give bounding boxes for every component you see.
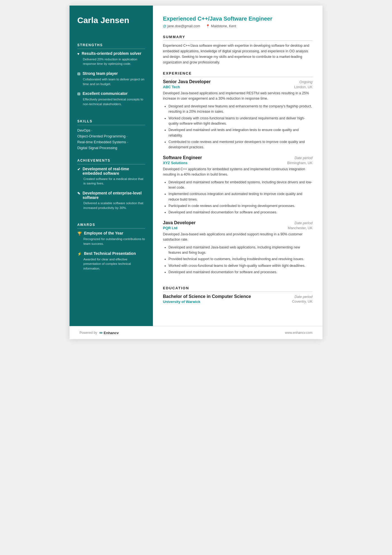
flag-icon-1: ⊟ [77,72,80,76]
flag-icon-2: ⊟ [77,92,80,96]
location-value: Maidstone, Kent [211,24,236,28]
bullet-2-1: Developed and maintained software for em… [168,180,312,191]
job-entry-3: Java Developer Date period PQR Ltd Manch… [163,220,312,275]
edu-sub-1: University of Warwick Coventry, UK [163,300,312,304]
candidate-name: Carla Jensen [77,16,145,25]
bullet-1-4: Contributed to code reviews and mentored… [168,139,312,150]
job-title-3: Java Developer [163,220,195,225]
email-icon: @ [163,24,166,28]
company-3: PQR Ltd [163,226,177,230]
edu-entry-1: Bachelor of Science in Computer Science … [163,294,312,304]
job-title-2: Software Engineer [163,155,202,160]
awards-section-title: AWARDS [77,223,145,229]
skill-item-2: Object-Oriented Programming [77,133,145,139]
strength-item-3: ⊟ Excellent communicator Effectively pre… [77,91,145,106]
strength-title-3: ⊟ Excellent communicator [77,91,145,96]
main-content: Experienced C++/Java Software Engineer @… [153,6,322,326]
contact-info: @ jane.doe@gmail.com 📍 Maidstone, Kent [163,24,312,28]
sidebar: Carla Jensen STRENGTHS ♥ Results-oriente… [70,6,153,326]
job-entry-1: Senior Java Developer Ongoing ABC Tech L… [163,79,312,150]
bullet-1-3: Developed and maintained unit tests and … [168,127,312,138]
job-summary-2: Developed C++ applications for embedded … [163,167,312,177]
job-sub-1: ABC Tech London, UK [163,85,312,89]
heart-icon: ♥ [77,52,80,56]
skill-item-3: Real-time Embedded Systems [77,139,145,145]
trophy-icon: 🏆 [77,231,82,236]
achievement-title-1: ✔ Development of real-time embedded soft… [77,167,145,176]
job-summary-1: Developed Java-based applications and im… [163,91,312,102]
skill-item-4: Digital Signal Processing [77,145,145,151]
achievement-desc-1: Created software for a medical device th… [77,177,145,186]
location-2: Birmingham, UK [287,161,312,165]
achievement-item-2: ✎ Development of enterprise-level softwa… [77,191,145,210]
footer-left: Powered by ∞ Enhancv [80,330,119,335]
footer-url: www.enhancv.com [285,331,312,335]
bullet-3-2: Provided technical support to customers,… [168,256,312,262]
bullet-3-1: Developed and maintained Java-based web … [168,245,312,256]
job-header-2: Software Engineer Date period [163,155,312,160]
resume-wrapper: Carla Jensen STRENGTHS ♥ Results-oriente… [70,6,322,339]
edu-location-1: Coventry, UK [292,300,312,304]
award-item-2: ⚡ Best Technical Presentation Awarded fo… [77,251,145,271]
job-sub-2: XYZ Solutions Birmingham, UK [163,161,312,165]
resume-body: Carla Jensen STRENGTHS ♥ Results-oriente… [70,6,322,326]
location-contact: 📍 Maidstone, Kent [206,24,236,28]
main-header: Experienced C++/Java Software Engineer @… [163,16,312,28]
achievement-title-2: ✎ Development of enterprise-level softwa… [77,191,145,200]
achievement-desc-2: Delivered a scalable software solution t… [77,201,145,210]
brand-name: Enhancv [104,331,119,335]
job-sub-3: PQR Ltd Manchester, UK [163,226,312,230]
skill-item-1: DevOps [77,127,145,133]
summary-text: Experienced C++/Java software engineer w… [163,43,312,65]
footer: Powered by ∞ Enhancv www.enhancv.com [70,326,322,339]
summary-section: SUMMARY Experienced C++/Java software en… [163,35,312,65]
enhancv-logo: ∞ Enhancv [99,330,119,335]
location-1: London, UK [294,85,312,89]
bullet-2-4: Developed and maintained documentation f… [168,210,312,215]
award-desc-1: Recognized for outstanding contributions… [77,237,145,246]
edu-header-1: Bachelor of Science in Computer Science … [163,294,312,299]
company-1: ABC Tech [163,85,180,89]
strength-item-2: ⊟ Strong team player Collaborated with t… [77,71,145,86]
strength-desc-3: Effectively presented technical concepts… [77,97,145,106]
achievements-section-title: ACHIEVEMENTS [77,159,145,164]
checkmark-icon: ✔ [77,167,80,171]
strength-title-1: ♥ Results-oriented problem solver [77,51,145,56]
enhancv-icon: ∞ [99,330,102,335]
skills-list: DevOps Object-Oriented Programming Real-… [77,127,145,151]
job-date-2: Date period [294,156,312,160]
company-2: XYZ Solutions [163,161,187,165]
education-section: EDUCATION Bachelor of Science in Compute… [163,286,312,309]
strength-desc-1: Delivered 20% reduction in application r… [77,57,145,66]
location-icon: 📍 [206,24,210,28]
bullet-2-3: Participated in code reviews and contrib… [168,203,312,209]
experience-title: EXPERIENCE [163,71,312,77]
pencil-icon: ✎ [77,191,80,196]
strengths-section-title: STRENGTHS [77,43,145,49]
award-title-2: ⚡ Best Technical Presentation [77,251,145,256]
job-bullets-1: Designed and developed new features and … [163,104,312,150]
skills-section-title: SKILLS [77,119,145,125]
edu-school-1: University of Warwick [163,300,200,304]
bullet-3-3: Worked with cross-functional teams to de… [168,263,312,268]
summary-title: SUMMARY [163,35,312,41]
edu-date-1: Date period [294,295,312,299]
education-title: EDUCATION [163,286,312,292]
job-entry-2: Software Engineer Date period XYZ Soluti… [163,155,312,215]
job-date-1: Ongoing [299,80,312,84]
job-bullets-3: Developed and maintained Java-based web … [163,245,312,275]
strength-item-1: ♥ Results-oriented problem solver Delive… [77,51,145,66]
bullet-1-2: Worked closely with cross-functional tea… [168,116,312,127]
achievement-item-1: ✔ Development of real-time embedded soft… [77,167,145,186]
job-bullets-2: Developed and maintained software for em… [163,180,312,215]
strength-desc-2: Collaborated with team to deliver projec… [77,77,145,86]
job-header-3: Java Developer Date period [163,220,312,225]
lightning-icon: ⚡ [77,252,82,256]
edu-degree-1: Bachelor of Science in Computer Science [163,294,251,299]
bullet-3-4: Developed and maintained documentation f… [168,270,312,275]
bullet-2-2: Implemented continuous integration and a… [168,191,312,202]
job-date-3: Date period [294,221,312,225]
award-desc-2: Awarded for clear and effective presenta… [77,257,145,271]
main-job-title: Experienced C++/Java Software Engineer [163,16,312,22]
job-header-1: Senior Java Developer Ongoing [163,79,312,84]
